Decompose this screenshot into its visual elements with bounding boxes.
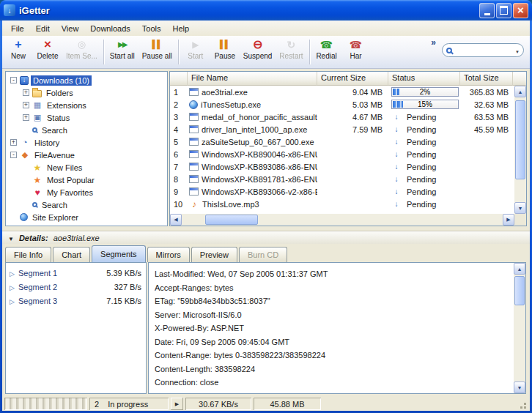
pending-icon: ↓ [391,199,402,209]
tab-chart[interactable]: Chart [53,247,90,262]
sidebar-item-history[interactable]: +◔History [6,136,167,149]
tree-expander-icon[interactable]: + [23,102,29,108]
tab-mirrors[interactable]: Mirrors [147,247,190,262]
column-header-file-name[interactable]: File Name [188,72,317,86]
tab-segments[interactable]: Segments [92,245,146,262]
menu-edit[interactable]: Edit [30,22,56,35]
sidebar-item-new-files[interactable]: ★New Files [6,161,167,174]
headers-vertical-scrollbar[interactable] [514,263,525,393]
column-header-number[interactable] [170,72,188,86]
segment-expander-icon[interactable] [10,269,18,278]
sidebar-item-search[interactable]: Search [6,124,167,136]
search-input[interactable] [455,46,512,55]
statusbar-play-button[interactable] [171,398,183,410]
vertical-scrollbar-thumb[interactable] [514,276,525,305]
sidebar-item-my-favorites[interactable]: ♥My Favorites [6,186,167,198]
scroll-down-icon[interactable] [514,202,526,214]
table-row[interactable]: 10♪ThisIsLove.mp3↓Pending [170,198,514,210]
table-row[interactable]: 7WindowsXP-KB893086-x86-ENU...↓Pending [170,160,514,173]
row-number: 7 [170,160,188,173]
toolbar-button-start[interactable]: ▶Start [181,37,210,67]
sidebar-item-site-explorer[interactable]: Site Explorer [6,211,167,223]
table-horizontal-scrollbar[interactable] [170,214,514,226]
tree-expander-icon[interactable]: + [23,89,29,96]
horizontal-scrollbar-thumb[interactable] [205,215,258,225]
close-button[interactable] [513,3,528,18]
table-row[interactable]: 4driver_lan_intel_1000_ap.exe7.59 MB↓Pen… [170,123,514,135]
toolbar-button-redial[interactable]: ☎Redial [312,37,341,67]
toolbar-button-new[interactable]: +New [4,37,33,67]
menu-downloads[interactable]: Downloads [84,22,136,35]
scroll-up-icon[interactable] [514,86,526,97]
maximize-button[interactable] [496,3,511,18]
table-row[interactable]: 1aoe3trial.exe9.04 MB2%365.83 MB [170,86,514,98]
sidebar-item-extensions[interactable]: +▦Extensions [6,99,167,111]
pending-icon: ↓ [391,149,402,160]
column-header-status[interactable]: Status [388,72,460,86]
tree-expander-icon[interactable]: + [10,139,17,146]
titlebar[interactable]: iGetter [0,0,532,21]
restart-icon: ↻ [286,37,296,51]
response-header-line: Last-Modified: Wed, 07 Sep 2005 01:31:37… [155,267,509,281]
vertical-scrollbar-thumb[interactable] [515,100,525,179]
response-headers: Last-Modified: Wed, 07 Sep 2005 01:31:37… [155,267,509,390]
column-header-total-size[interactable]: Total Size [460,72,513,86]
sidebar-item-most-popular[interactable]: ★Most Popular [6,174,167,186]
scroll-left-icon[interactable] [170,214,182,226]
file-name-cell: aoe3trial.exe [188,86,317,98]
status-icon: ▣ [32,113,43,123]
tree-expander-icon[interactable]: - [10,77,17,83]
scroll-right-icon[interactable] [503,214,514,226]
tree-expander-icon[interactable]: - [10,152,17,158]
sidebar-item-downloads-10[interactable]: -↓Downloads (10) [6,74,167,86]
menu-help[interactable]: Help [166,22,195,35]
menu-view[interactable]: View [56,22,85,35]
table-row[interactable]: 8WindowsXP-KB891781-x86-ENU...↓Pending [170,173,514,185]
tab-preview[interactable]: Preview [191,247,237,262]
file-name: WindowsXP-KB890046-x86-ENU... [202,150,317,159]
toolbar-button-label: Item Se... [66,52,97,60]
toolbar-button-delete[interactable]: ×Delete [33,37,62,67]
resize-grip[interactable] [517,398,528,410]
segment-expander-icon[interactable] [10,283,18,291]
toolbar-button-item-se[interactable]: ◎Item Se... [62,37,101,67]
details-collapse-icon[interactable] [8,234,14,242]
in-progress-count: 2 [95,400,99,409]
segment-expander-icon[interactable] [10,297,18,305]
scroll-up-icon[interactable] [514,263,525,275]
tab-file-info[interactable]: File Info [5,247,51,262]
segment-row[interactable]: Segment 15.39 KB/s [6,266,146,280]
sidebar-item-folders[interactable]: +Folders [6,86,167,99]
table-row[interactable]: 9WindowsXP-KB893066-v2-x86-E...↓Pending [170,185,514,198]
minimize-button[interactable] [479,3,495,18]
toolbar-separator [309,40,310,64]
table-row[interactable]: 6WindowsXP-KB890046-x86-ENU...↓Pending [170,148,514,160]
scroll-down-icon[interactable] [514,382,525,393]
segment-row[interactable]: Segment 2327 B/s [6,280,146,294]
tab-burn-cd[interactable]: Burn CD [239,247,287,262]
search-box[interactable] [442,43,524,57]
sidebar-item-search[interactable]: Search [6,198,167,211]
sidebar-item-fileavenue[interactable]: -◆FileAvenue [6,149,167,161]
segment-name: Segment 2 [18,283,114,291]
menu-tools[interactable]: Tools [136,22,167,35]
tree-expander-icon[interactable]: + [23,114,29,121]
status-cell: ↓Pending [388,160,460,173]
sidebar-item-status[interactable]: +▣Status [6,111,167,124]
toolbar-button-restart[interactable]: ↻Restart [276,37,306,67]
toolbar-button-pause[interactable]: ▌▌Pause [210,37,240,67]
table-vertical-scrollbar[interactable] [514,86,526,214]
search-dropdown-icon[interactable] [515,46,520,55]
toolbar-button-suspend[interactable]: ⊖Suspend [240,37,276,67]
status-pending-label: Pending [407,187,436,196]
toolbar-overflow-chevron[interactable]: » [431,37,436,48]
toolbar-button-har[interactable]: ☎Har [341,37,371,67]
table-row[interactable]: 2iTunesSetup.exe5.03 MB15%32.63 MB [170,98,514,111]
toolbar-button-pause-all[interactable]: ▌▌Pause all [138,37,176,67]
toolbar-button-start-all[interactable]: ▶▶Start all [106,37,138,67]
segment-row[interactable]: Segment 37.15 KB/s [6,294,146,308]
menu-file[interactable]: File [5,22,30,35]
table-row[interactable]: 3medal_of_honor_pacific_assault...4.67 M… [170,111,514,123]
column-header-current-size[interactable]: Current Size [317,72,388,86]
table-row[interactable]: 5zaSuiteSetup_60_667_000.exe↓Pending [170,135,514,148]
